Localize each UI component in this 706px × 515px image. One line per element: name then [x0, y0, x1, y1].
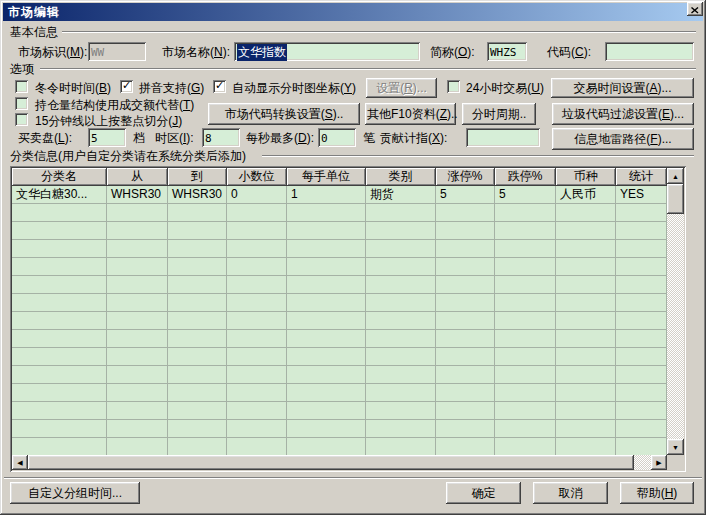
title-bar[interactable]: 市场编辑: [3, 3, 703, 21]
table-body[interactable]: 文华白糖30...WHSR30WHSR3001期货55人民币YES: [12, 186, 667, 455]
market-id-input[interactable]: WW: [88, 42, 146, 61]
table-header-cell[interactable]: 从: [107, 168, 168, 186]
table-cell: [616, 258, 667, 276]
bid-ask-value: 5: [91, 132, 98, 145]
table-cell: [366, 384, 436, 402]
table-cell: [287, 330, 366, 348]
timezone-input[interactable]: 8: [202, 128, 240, 147]
table-cell: [227, 276, 287, 294]
table-empty-row[interactable]: [12, 384, 667, 402]
table-empty-row[interactable]: [12, 438, 667, 455]
trade-24h-checkbox[interactable]: [447, 80, 460, 93]
table-cell: [556, 276, 616, 294]
scroll-down-button[interactable]: ▼: [667, 439, 684, 455]
table-empty-row[interactable]: [12, 366, 667, 384]
table-header-cell[interactable]: 类别: [366, 168, 436, 186]
table-cell: [12, 222, 107, 240]
table-cell: [436, 222, 495, 240]
help-button[interactable]: 帮助(H): [620, 482, 694, 504]
max-per-sec-input[interactable]: 0: [318, 128, 356, 147]
table-empty-row[interactable]: [12, 222, 667, 240]
table-cell: [12, 420, 107, 438]
table-empty-row[interactable]: [12, 312, 667, 330]
table-header-cell[interactable]: 到: [168, 168, 227, 186]
table-cell: [436, 204, 495, 222]
close-button[interactable]: [687, 2, 703, 16]
table-header-cell[interactable]: 小数位: [227, 168, 287, 186]
table-empty-row[interactable]: [12, 348, 667, 366]
horizontal-scrollbar[interactable]: ◀ ▶: [12, 455, 667, 470]
table-header-cell[interactable]: 币种: [556, 168, 616, 186]
table-cell: [495, 240, 556, 258]
position-struct-checkbox[interactable]: [15, 97, 28, 110]
table-empty-row[interactable]: [12, 276, 667, 294]
table-cell: [107, 204, 168, 222]
table-header-row: 分类名从到小数位每手单位类别涨停%跌停%币种统计: [12, 168, 667, 186]
table-empty-row[interactable]: [12, 294, 667, 312]
info-mine-path-button[interactable]: 信息地雷路径(F)...: [552, 128, 694, 150]
table-cell: [168, 384, 227, 402]
table-header-cell[interactable]: 涨停%: [436, 168, 495, 186]
trade-time-settings-button[interactable]: 交易时间设置(A)...: [551, 78, 694, 98]
arrow-down-icon: ▼: [672, 444, 679, 451]
table-cell: [107, 240, 168, 258]
table-cell: [12, 240, 107, 258]
junk-code-filter-button[interactable]: 垃圾代码过滤设置(E)...: [552, 103, 694, 125]
table-empty-row[interactable]: [12, 420, 667, 438]
table-header-cell[interactable]: 统计: [616, 168, 667, 186]
section-divider-categories: [262, 155, 694, 157]
table-cell: [366, 438, 436, 455]
ok-button[interactable]: 确定: [446, 482, 521, 504]
auto-axis-checkbox[interactable]: [213, 80, 226, 93]
table-cell: [366, 348, 436, 366]
split-15min-checkbox[interactable]: [15, 113, 28, 126]
settings-button[interactable]: 设置(R)...: [366, 78, 437, 98]
table-cell: [227, 258, 287, 276]
table-cell: [227, 240, 287, 258]
scroll-up-button[interactable]: ▲: [667, 168, 684, 184]
table-cell: [436, 330, 495, 348]
table-header-cell[interactable]: 分类名: [12, 168, 107, 186]
table-cell: [168, 420, 227, 438]
table-cell: [12, 258, 107, 276]
table-cell: [12, 438, 107, 455]
table-cell: [366, 258, 436, 276]
table-empty-row[interactable]: [12, 402, 667, 420]
winter-time-checkbox[interactable]: [15, 80, 28, 93]
table-cell: 文华白糖30...: [12, 186, 107, 204]
minute-period-button[interactable]: 分时周期..: [462, 103, 536, 125]
table-cell: 0: [227, 186, 287, 204]
table-empty-row[interactable]: [12, 240, 667, 258]
short-name-input[interactable]: WHZS: [487, 42, 527, 61]
pinyin-checkbox[interactable]: [120, 80, 133, 93]
vertical-scroll-thumb[interactable]: [667, 184, 684, 214]
market-name-input[interactable]: 文华指数: [234, 42, 420, 61]
code-convert-settings-button[interactable]: 市场代码转换设置(S)..: [208, 103, 360, 125]
scroll-right-button[interactable]: ▶: [651, 455, 667, 470]
cancel-button[interactable]: 取消: [533, 482, 608, 504]
table-header-cell[interactable]: 跌停%: [495, 168, 556, 186]
vertical-scrollbar[interactable]: ▲ ▼: [667, 168, 684, 455]
table-cell: [436, 438, 495, 455]
custom-group-time-button[interactable]: 自定义分组时间...: [10, 482, 140, 504]
table-cell: [616, 384, 667, 402]
table-cell: [168, 222, 227, 240]
table-cell: [556, 348, 616, 366]
other-f10-button[interactable]: 其他F10资料(Z)..: [365, 103, 456, 125]
table-empty-row[interactable]: [12, 330, 667, 348]
split-15min-label: 15分钟线以上按整点切分(J): [35, 114, 182, 128]
footer-divider: [4, 477, 702, 479]
horizontal-scroll-thumb[interactable]: [28, 455, 634, 470]
market-id-value: WW: [91, 46, 104, 59]
contribution-input[interactable]: [466, 128, 540, 147]
timezone-label: 时区(I):: [155, 131, 194, 145]
bid-ask-input[interactable]: 5: [88, 128, 126, 147]
table-cell: [287, 420, 366, 438]
code-input[interactable]: [605, 42, 694, 61]
table-header-cell[interactable]: 每手单位: [287, 168, 366, 186]
table-row[interactable]: 文华白糖30...WHSR30WHSR3001期货55人民币YES: [12, 186, 667, 204]
table-empty-row[interactable]: [12, 204, 667, 222]
market-id-label: 市场标识(M):: [18, 45, 87, 59]
table-empty-row[interactable]: [12, 258, 667, 276]
scroll-left-button[interactable]: ◀: [12, 455, 28, 470]
